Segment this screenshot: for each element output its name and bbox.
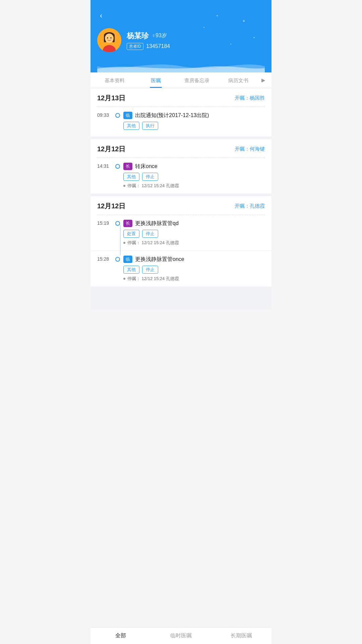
stop-info-text-2-1: 停嘱： 12/12 15:24 孔德霞 — [127, 183, 179, 189]
order-title-row-3-2: 临 更换浅静脉置管once — [123, 256, 265, 263]
order-item-2-1[interactable]: 14:31 长 转床once 其他 停止 停嘱： 12/12 15:24 孔德霞 — [90, 158, 272, 194]
order-type-badge-3-1: 长 — [123, 220, 132, 227]
order-tags-3-1: 处置 停止 — [123, 230, 265, 238]
patient-info-section: 杨某珍 ♀93岁 患者ID 13457184 — [97, 28, 265, 59]
stop-dot-3-2 — [123, 278, 125, 280]
order-title-2-1: 转床once — [135, 163, 158, 170]
tab-records[interactable]: 病历文书 — [218, 73, 259, 88]
order-title-1-1: 出院通知(预计2017-12-13出院) — [135, 112, 209, 119]
date-label-3: 12月12日 — [97, 202, 126, 211]
order-time-3-2: 15:28 — [97, 256, 112, 262]
order-circle-1-1 — [115, 113, 120, 118]
order-circle-3-2 — [115, 257, 120, 262]
patient-id-row: 患者ID 13457184 — [127, 43, 170, 50]
patient-id-badge: 患者ID — [127, 43, 143, 50]
order-tag-3-1-0[interactable]: 处置 — [123, 230, 139, 238]
order-tag-1-1-1[interactable]: 执行 — [142, 122, 158, 130]
patient-name-row: 杨某珍 ♀93岁 — [127, 31, 170, 41]
decoration-dot-4 — [203, 27, 204, 28]
avatar — [97, 28, 121, 52]
date-header-3: 12月12日 开嘱：孔德霞 — [90, 196, 272, 215]
order-title-3-2: 更换浅静脉置管once — [135, 256, 184, 263]
date-label-2: 12月12日 — [97, 145, 126, 154]
back-button[interactable]: ‹ — [97, 10, 105, 21]
patient-id-number: 13457184 — [146, 43, 170, 49]
tab-basic[interactable]: 基本资料 — [94, 73, 135, 88]
date-header-2: 12月12日 开嘱：何海键 — [90, 139, 272, 158]
order-tag-1-1-0[interactable]: 其他 — [123, 122, 139, 130]
patient-details: 杨某珍 ♀93岁 患者ID 13457184 — [127, 31, 170, 50]
order-circle-2-1 — [115, 164, 120, 169]
order-time-2-1: 14:31 — [97, 163, 112, 169]
decoration-dot-5 — [230, 44, 231, 45]
svg-point-6 — [111, 37, 112, 39]
order-type-badge-1-1: 临 — [123, 112, 132, 119]
stop-info-text-3-1: 停嘱： 12/12 15:24 孔德霞 — [127, 240, 179, 246]
date-label-1: 12月13日 — [97, 94, 126, 103]
decoration-dot-1 — [243, 20, 245, 22]
content-area: 12月13日 开嘱：杨国胜 09:33 临 出院通知(预计2017-12-13出… — [90, 88, 272, 309]
order-tag-2-1-0[interactable]: 其他 — [123, 173, 139, 181]
stop-dot-2-1 — [123, 185, 125, 187]
order-time-1-1: 09:33 — [97, 112, 112, 118]
order-type-badge-2-1: 长 — [123, 163, 132, 170]
order-tag-3-2-0[interactable]: 其他 — [123, 266, 139, 274]
svg-point-4 — [105, 34, 114, 43]
order-stop-info-3-2: 停嘱： 12/12 15:24 孔德霞 — [123, 276, 265, 282]
decoration-dot-2 — [217, 15, 218, 16]
header-background: ‹ 杨某珍 — [90, 0, 272, 72]
tabs-container: 基本资料 医嘱 查房备忘录 病历文书 ▶ — [90, 72, 272, 88]
order-title-row-1-1: 临 出院通知(预计2017-12-13出院) — [123, 112, 265, 119]
order-title-row-3-1: 长 更换浅静脉置管qd — [123, 220, 265, 227]
order-body-3-1: 长 更换浅静脉置管qd 处置 停止 停嘱： 12/12 15:24 孔德霞 — [123, 220, 265, 246]
order-title-3-1: 更换浅静脉置管qd — [135, 220, 179, 227]
order-tag-3-1-1[interactable]: 停止 — [142, 230, 158, 238]
order-type-badge-3-2: 临 — [123, 256, 132, 263]
date-header-1: 12月13日 开嘱：杨国胜 — [90, 88, 272, 107]
tab-more-arrow[interactable]: ▶ — [259, 72, 268, 88]
doctor-label-1: 开嘱：杨国胜 — [235, 95, 265, 101]
date-section-2: 12月12日 开嘱：何海键 14:31 长 转床once 其他 停止 停嘱： 1… — [90, 139, 272, 194]
order-tags-2-1: 其他 停止 — [123, 173, 265, 181]
order-tag-3-2-1[interactable]: 停止 — [142, 266, 158, 274]
date-section-1: 12月13日 开嘱：杨国胜 09:33 临 出院通知(预计2017-12-13出… — [90, 88, 272, 137]
order-item-1-1[interactable]: 09:33 临 出院通知(预计2017-12-13出院) 其他 执行 — [90, 107, 272, 137]
order-item-3-2[interactable]: 15:28 临 更换浅静脉置管once 其他 停止 停嘱： 12/12 15:2… — [90, 251, 272, 286]
order-tag-2-1-1[interactable]: 停止 — [142, 173, 158, 181]
doctor-label-2: 开嘱：何海键 — [235, 146, 265, 152]
order-body-1-1: 临 出院通知(预计2017-12-13出院) 其他 执行 — [123, 112, 265, 132]
wave-decoration — [97, 59, 265, 72]
date-section-3: 12月12日 开嘱：孔德霞 15:19 长 更换浅静脉置管qd 处置 停止 停嘱 — [90, 196, 272, 286]
tab-rounds[interactable]: 查房备忘录 — [176, 73, 218, 88]
order-body-3-2: 临 更换浅静脉置管once 其他 停止 停嘱： 12/12 15:24 孔德霞 — [123, 256, 265, 282]
doctor-label-3: 开嘱：孔德霞 — [235, 203, 265, 209]
stop-info-text-3-2: 停嘱： 12/12 15:24 孔德霞 — [127, 276, 179, 282]
svg-point-5 — [107, 37, 108, 39]
order-body-2-1: 长 转床once 其他 停止 停嘱： 12/12 15:24 孔德霞 — [123, 163, 265, 189]
order-time-3-1: 15:19 — [97, 220, 112, 226]
stop-dot-3-1 — [123, 242, 125, 244]
order-circle-3-1 — [115, 221, 120, 226]
order-stop-info-2-1: 停嘱： 12/12 15:24 孔德霞 — [123, 183, 265, 189]
patient-age: ♀93岁 — [152, 32, 167, 39]
order-item-3-1[interactable]: 15:19 长 更换浅静脉置管qd 处置 停止 停嘱： 12/12 15:24 … — [90, 215, 272, 251]
order-tags-1-1: 其他 执行 — [123, 122, 265, 130]
patient-name: 杨某珍 — [127, 31, 149, 41]
order-tags-3-2: 其他 停止 — [123, 266, 265, 274]
tab-orders[interactable]: 医嘱 — [135, 73, 176, 88]
order-stop-info-3-1: 停嘱： 12/12 15:24 孔德霞 — [123, 240, 265, 246]
decoration-dot-3 — [253, 37, 255, 38]
order-title-row-2-1: 长 转床once — [123, 163, 265, 170]
